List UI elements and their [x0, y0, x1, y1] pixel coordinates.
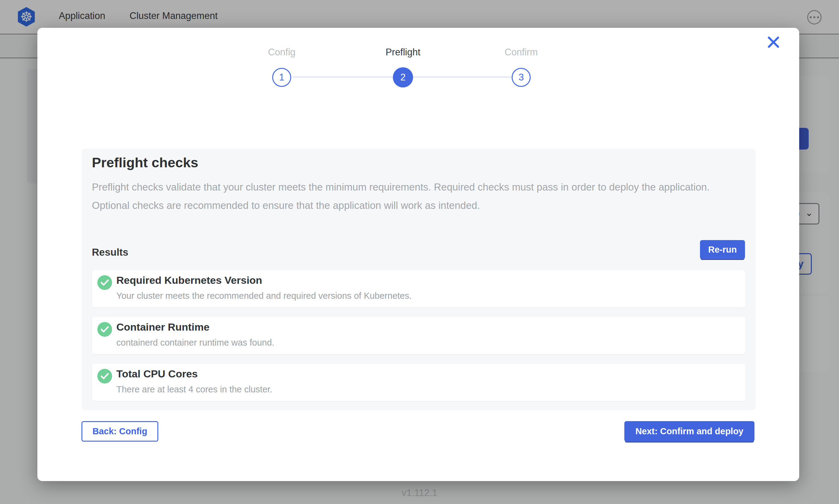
screen: ☸ Application Cluster Management 0 ⌄ y v…: [0, 0, 839, 504]
check-description: Your cluster meets the recommended and r…: [116, 291, 412, 301]
check-pass-icon: [97, 369, 112, 383]
check-description: containerd container runtime was found.: [116, 338, 274, 348]
close-icon[interactable]: [766, 35, 781, 50]
next-confirm-deploy-button[interactable]: Next: Confirm and deploy: [624, 421, 754, 442]
check-result-row: Required Kubernetes Version Your cluster…: [92, 270, 746, 307]
stepper-connector: [412, 76, 511, 78]
stepper-connector: [292, 76, 393, 78]
check-pass-icon: [97, 322, 112, 337]
preflight-modal: Config Preflight Confirm 1 2 3 Preflight…: [37, 28, 799, 481]
check-result-row: Total CPU Cores There are at least 4 cor…: [92, 364, 746, 401]
preflight-panel: Preflight checks Preflight checks valida…: [82, 149, 756, 410]
page-title: Preflight checks: [92, 155, 199, 170]
check-title: Container Runtime: [116, 321, 209, 333]
preflight-description: Preflight checks validate that your clus…: [92, 178, 727, 215]
step-circle-1[interactable]: 1: [272, 68, 291, 87]
check-description: There are at least 4 cores in the cluste…: [116, 384, 272, 395]
check-pass-icon: [97, 275, 112, 290]
check-title: Total CPU Cores: [116, 368, 198, 380]
step-label-confirm: Confirm: [504, 47, 538, 58]
back-config-button[interactable]: Back: Config: [82, 421, 158, 442]
check-result-row: Container Runtime containerd container r…: [92, 317, 746, 354]
step-circle-3: 3: [512, 68, 531, 87]
step-label-preflight: Preflight: [386, 47, 421, 58]
results-heading: Results: [92, 247, 128, 258]
check-title: Required Kubernetes Version: [116, 274, 262, 286]
rerun-button[interactable]: Re-run: [700, 240, 745, 259]
step-label-config[interactable]: Config: [268, 47, 295, 58]
check-results-list: Required Kubernetes Version Your cluster…: [92, 270, 746, 401]
step-circle-2: 2: [393, 67, 413, 88]
